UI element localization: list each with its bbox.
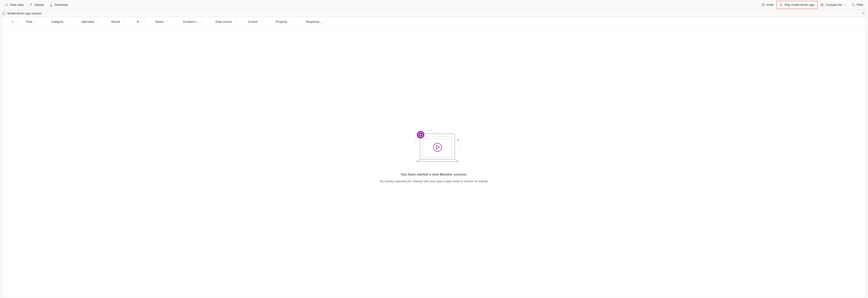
chevron-down-icon	[289, 20, 292, 23]
download-label: Download	[54, 3, 68, 6]
svg-point-29	[426, 138, 426, 138]
toolbar-right-group: Invite Play model-driven app Compact lis…	[758, 1, 866, 9]
svg-text:/: /	[460, 144, 461, 148]
chevron-down-icon	[34, 20, 37, 23]
invite-icon	[761, 3, 765, 7]
col-id-label: I..	[12, 20, 14, 23]
info-icon	[2, 11, 5, 15]
col-data-source[interactable]: Data source	[214, 17, 246, 26]
svg-rect-26	[420, 134, 455, 159]
col-duration-label: Duration (...	[183, 20, 199, 23]
svg-marker-33	[436, 145, 439, 149]
svg-line-36	[455, 159, 459, 162]
invite-label: Invite	[766, 3, 774, 6]
col-property-label: Property	[276, 20, 287, 23]
col-r2-label: R...	[137, 20, 142, 23]
col-operation[interactable]: Operation	[80, 17, 110, 26]
col-status[interactable]: Status	[153, 17, 181, 26]
chevron-down-icon	[122, 20, 125, 23]
col-category-label: Category	[51, 20, 63, 23]
empty-state: + \ / + \ /	[3, 26, 865, 298]
col-response-label: Response ...	[306, 20, 323, 23]
session-label: Model-driven app session	[7, 11, 42, 15]
col-r2[interactable]: R...	[135, 17, 153, 26]
col-category[interactable]: Category	[49, 17, 80, 26]
chevron-down-icon	[166, 20, 168, 23]
svg-point-5	[762, 3, 764, 5]
col-result[interactable]: Result	[110, 17, 135, 26]
play-icon	[779, 3, 783, 7]
col-data-source-label: Data source	[216, 20, 232, 23]
svg-point-12	[852, 3, 854, 6]
col-property[interactable]: Property	[274, 17, 304, 26]
close-session-button[interactable]	[861, 10, 866, 17]
search-icon	[851, 3, 855, 7]
col-operation-label: Operation	[81, 20, 94, 23]
svg-point-16	[4, 12, 4, 13]
col-result-label: Result	[111, 20, 120, 23]
download-button[interactable]: Download	[46, 1, 71, 9]
col-status-label: Status	[155, 20, 164, 23]
svg-text:+: +	[428, 129, 430, 132]
filter-label: Filter	[857, 3, 863, 6]
svg-point-28	[424, 138, 425, 138]
col-response[interactable]: Response ...	[304, 17, 336, 26]
col-control-label: Control	[248, 20, 258, 23]
table-header: I.. Time Category Operation Result R... …	[3, 17, 865, 26]
top-toolbar: Clear data Upload Download Invite Pl	[0, 0, 868, 10]
download-icon	[49, 3, 53, 7]
col-control[interactable]: Control	[246, 17, 274, 26]
svg-rect-27	[423, 137, 452, 157]
play-app-label: Play model-driven app	[784, 3, 814, 6]
chevron-down-icon	[143, 20, 146, 23]
upload-button[interactable]: Upload	[26, 1, 46, 9]
session-info-bar: Model-driven app session	[0, 10, 868, 17]
chevron-down-icon	[843, 3, 846, 6]
upload-icon	[29, 3, 33, 7]
col-time-label: Time	[26, 20, 32, 23]
close-icon	[862, 11, 865, 15]
svg-point-32	[433, 143, 442, 152]
col-id[interactable]: I..	[10, 17, 24, 26]
svg-line-13	[854, 5, 855, 6]
toolbar-left-group: Clear data Upload Download	[2, 1, 71, 9]
empty-state-illustration: + \ / + \ /	[404, 127, 464, 169]
compact-list-icon	[820, 3, 824, 7]
chevron-down-icon	[201, 20, 204, 23]
svg-marker-8	[780, 3, 782, 6]
chevron-down-icon	[96, 20, 99, 23]
svg-text:+: +	[457, 138, 459, 142]
chevron-down-icon	[324, 20, 327, 23]
col-time[interactable]: Time	[24, 17, 49, 26]
filter-button[interactable]: Filter	[849, 1, 866, 9]
svg-line-35	[416, 159, 420, 162]
invite-button[interactable]: Invite	[758, 1, 776, 9]
chevron-down-icon	[259, 20, 262, 23]
col-duration[interactable]: Duration (...	[181, 17, 214, 26]
compact-list-button[interactable]: Compact list	[817, 1, 849, 9]
play-app-button[interactable]: Play model-driven app	[776, 1, 817, 9]
chevron-down-icon	[65, 20, 68, 23]
svg-point-30	[427, 138, 428, 138]
close-icon	[5, 3, 8, 7]
upload-label: Upload	[34, 3, 44, 6]
monitor-content: I.. Time Category Operation Result R... …	[2, 17, 866, 298]
empty-state-title: You have started a new Monitor session.	[401, 172, 468, 176]
empty-state-subtitle: No activity captured yet. Interact with …	[380, 180, 488, 183]
chevron-down-icon	[16, 20, 19, 23]
svg-text:/: /	[415, 142, 416, 146]
compact-list-label: Compact list	[826, 3, 842, 6]
chevron-down-icon	[234, 20, 236, 23]
clear-data-label: Clear data	[10, 3, 24, 6]
clear-data-button[interactable]: Clear data	[2, 1, 26, 9]
